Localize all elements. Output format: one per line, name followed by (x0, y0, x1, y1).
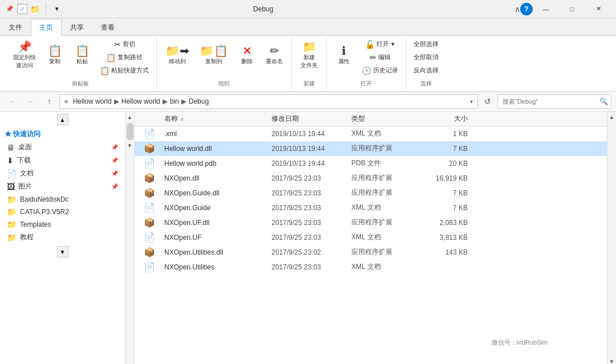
help-button[interactable]: ? (520, 3, 533, 15)
sidebar-item-desktop[interactable]: 🖥 桌面 📌 (0, 141, 125, 154)
col-size-header[interactable]: 大小 (420, 114, 477, 124)
col-date-header[interactable]: 修改日期 (271, 114, 351, 124)
delete-button[interactable]: ✕ 删除 (234, 38, 260, 72)
nxopen-guide-dll-type: 应用程序扩展 (351, 188, 420, 198)
tab-view[interactable]: 查看 (92, 19, 123, 36)
rename-button[interactable]: ✏ 重命名 (262, 38, 287, 72)
cut-button[interactable]: ✂ 剪切 (97, 38, 152, 50)
copy-to-button[interactable]: 📁📋 复制到 (196, 38, 232, 72)
file-row-nxopen-dll[interactable]: 📦 NXOpen.dll 2017/9/25 23:03 应用程序扩展 16,9… (135, 171, 607, 186)
xml-file-icon: 📄 (135, 128, 164, 139)
nxopen-uf-dll-size: 2,083 KB (420, 219, 477, 227)
new-folder-button[interactable]: 📁 新建 文件夹 (297, 38, 322, 72)
select-all-label: 全部选择 (414, 40, 439, 48)
file-row-nxopen-utilities-dll[interactable]: 📦 NXOpen.Utilities.dll 2017/9/25 23:02 应… (135, 245, 607, 260)
invert-selection-button[interactable]: 反向选择 (411, 64, 441, 76)
up-button[interactable]: ↑ (41, 94, 57, 109)
tutorials-folder-icon: 📁 (7, 233, 17, 242)
nxopen-utilities-dll-date: 2017/9/25 23:02 (271, 248, 351, 256)
pin-label: 固定到快 速访问 (13, 54, 36, 69)
nxopen-guide-dll-icon: 📦 (135, 187, 164, 198)
col-type-header[interactable]: 类型 (351, 114, 420, 124)
file-row-nxopen-guide-dll[interactable]: 📦 NXOpen.Guide.dll 2017/9/25 23:03 应用程序扩… (135, 186, 607, 201)
ribbon-collapse-btn[interactable]: ∧ (514, 5, 520, 14)
pin-quick-access-button[interactable]: 📌 固定到快 速访问 (9, 38, 40, 72)
catia-folder-icon: 📁 (7, 207, 17, 216)
properties-label: 属性 (338, 58, 350, 66)
nxopen-utilities-icon: 📄 (135, 261, 164, 272)
forward-button[interactable]: → (23, 94, 39, 109)
select-all-button[interactable]: 全部选择 (411, 38, 441, 50)
organize-label: 组织 (218, 79, 230, 89)
refresh-button[interactable]: ↺ (480, 94, 495, 109)
file-area-scroll-up-arrow[interactable]: ▲ (608, 113, 616, 121)
window-controls: — □ ✕ (533, 0, 611, 18)
downloads-icon: ⬇ (7, 156, 14, 165)
sidebar-scroll-thumb[interactable] (127, 123, 133, 140)
col-size-label: 大小 (454, 114, 468, 122)
paste-button[interactable]: 📋 粘贴 (70, 38, 95, 72)
sidebar-item-catia[interactable]: 📁 CATIA.P3.V5R2· (0, 206, 125, 218)
nxopen-uf-dll-icon: 📦 (135, 217, 164, 228)
sidebar-item-templates[interactable]: 📁 Templates (0, 218, 125, 231)
sidebar-quick-access-header: ★ 快速访问 (0, 128, 125, 141)
quick-access-label: ★ 快速访问 (5, 129, 40, 139)
templates-folder-icon: 📁 (7, 220, 17, 229)
col-name-header[interactable]: 名称 ∧ (135, 114, 271, 124)
sidebar-tutorials-label: 教程 (20, 232, 34, 242)
deselect-all-button[interactable]: 全部取消 (411, 51, 441, 63)
copy-button[interactable]: 📋 复制 (42, 38, 67, 72)
file-row-nxopen-uf-dll[interactable]: 📦 NXOpen.UF.dll 2017/9/25 23:03 应用程序扩展 2… (135, 215, 607, 230)
sidebar-item-tutorials[interactable]: 📁 教程 (0, 231, 125, 244)
rename-icon: ✏ (270, 45, 279, 56)
search-input[interactable] (498, 98, 596, 105)
pin-icon: 📌 (5, 4, 15, 14)
sidebar-item-pictures[interactable]: 🖼 图片 📌 (0, 180, 125, 193)
file-row-pdb[interactable]: 📄 Hellow world.pdb 2019/10/13 19:44 PDB … (135, 156, 607, 171)
history-icon: 🕒 (362, 67, 371, 75)
sidebar-scroll-down-button[interactable]: ▼ (57, 246, 68, 257)
file-area-scroll-down-arrow[interactable]: ▼ (608, 357, 616, 364)
sidebar-item-documents[interactable]: 📄 文档 📌 (0, 167, 125, 180)
close-button[interactable]: ✕ (585, 0, 611, 18)
maximize-button[interactable]: □ (559, 0, 585, 18)
tab-share[interactable]: 共享 (62, 19, 92, 36)
move-to-button[interactable]: 📁➡ 移动到 (161, 38, 193, 72)
sidebar-item-downloads[interactable]: ⬇ 下载 📌 (0, 154, 125, 167)
select-small-group: 全部选择 全部取消 反向选择 (411, 38, 441, 76)
open-button[interactable]: 🔓 打开 ▾ (359, 38, 401, 50)
file-row-nxopen-utilities[interactable]: 📄 NXOpen.Utilities 2017/9/25 23:03 XML 文… (135, 260, 607, 275)
paste-shortcut-button[interactable]: 📋 粘贴快捷方式 (97, 64, 152, 76)
sidebar-scroll-up-button[interactable]: ▲ (57, 114, 68, 125)
downloads-pin-icon: 📌 (111, 157, 118, 163)
file-row-dll-hellow[interactable]: 📦 Hellow world.dll 2019/10/13 19:44 应用程序… (135, 141, 607, 156)
documents-icon: 📄 (7, 169, 17, 178)
search-box[interactable]: 🔍 (497, 94, 611, 109)
file-row-nxopen-guide[interactable]: 📄 NXOpen.Guide 2017/9/25 23:03 XML 文档 7 … (135, 201, 607, 215)
search-icon-button[interactable]: 🔍 (596, 94, 611, 109)
properties-button[interactable]: ℹ 属性 (331, 38, 356, 72)
sidebar-item-baidu[interactable]: 📁 BaiduNetdiskDc (0, 193, 125, 206)
address-path[interactable]: « Hellow world ▶ Hellow world ▶ bin ▶ De… (59, 94, 478, 109)
nxopen-guide-size: 7 KB (420, 204, 477, 212)
path-dropdown-icon[interactable]: ▾ (470, 99, 473, 105)
back-button[interactable]: ← (5, 94, 21, 109)
move-to-icon: 📁➡ (165, 45, 189, 56)
minimize-button[interactable]: — (533, 0, 559, 18)
baidu-folder-icon: 📁 (7, 195, 17, 204)
sidebar-scroll-up-arrow[interactable]: ▲ (126, 113, 134, 121)
xml-file-type: XML 文档 (351, 129, 420, 138)
sidebar-scroll-down-arrow[interactable]: ▼ (126, 141, 134, 149)
edit-button[interactable]: ✏ 编辑 (359, 51, 401, 63)
nxopen-uf-type: XML 文档 (351, 232, 420, 242)
file-row-nxopen-uf[interactable]: 📄 NXOpen.UF 2017/9/25 23:03 XML 文档 3,813… (135, 230, 607, 245)
tab-file[interactable]: 文件 (0, 19, 31, 36)
tab-home[interactable]: 主页 (31, 19, 62, 36)
nxopen-uf-name: NXOpen.UF (164, 234, 271, 242)
file-list-header: 名称 ∧ 修改日期 类型 大小 (135, 112, 607, 126)
file-row-xml[interactable]: 📄 .xml 2019/10/13 19:44 XML 文档 1 KB (135, 126, 607, 141)
copy-path-button[interactable]: 📋 复制路径 (97, 51, 152, 63)
path-arrow-3: ▶ (181, 97, 187, 105)
nxopen-guide-type: XML 文档 (351, 203, 420, 212)
history-button[interactable]: 🕒 历史记录 (359, 64, 401, 76)
